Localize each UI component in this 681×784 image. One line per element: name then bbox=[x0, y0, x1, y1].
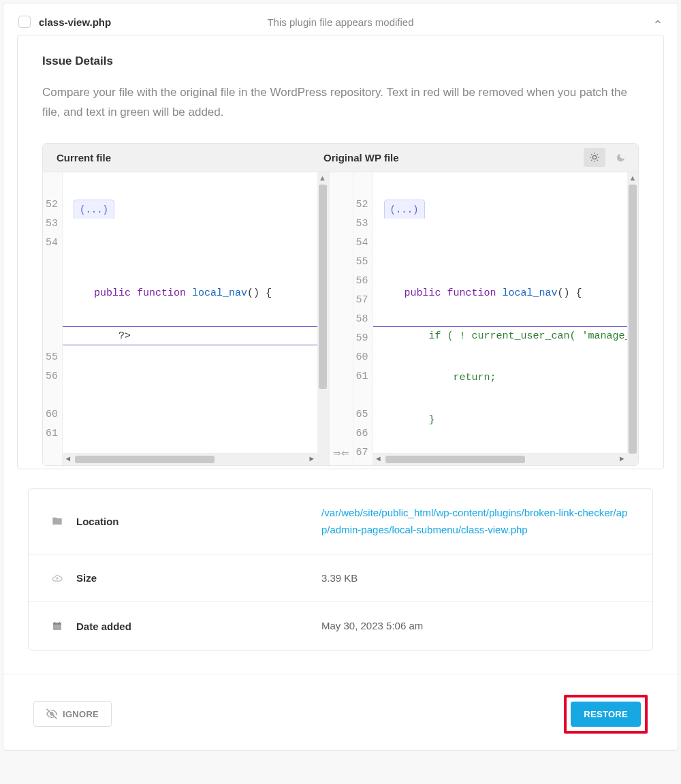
issue-heading: Issue Details bbox=[42, 54, 639, 68]
svg-line-8 bbox=[597, 155, 598, 155]
diff-right-header: Original WP file bbox=[317, 144, 584, 172]
diff-left-header: Current file bbox=[43, 144, 317, 172]
ignore-button[interactable]: IGNORE bbox=[33, 701, 112, 727]
meta-row-date: Date added May 30, 2023 5:06 am bbox=[29, 602, 652, 650]
hscroll-right[interactable]: ◄► bbox=[373, 453, 627, 465]
file-size-value: 3.39 KB bbox=[321, 569, 629, 587]
vscroll-right[interactable]: ▲ bbox=[627, 172, 638, 465]
accordion-header[interactable]: class-view.php This plugin file appears … bbox=[3, 3, 678, 35]
line-numbers-right: 52 53 54 55 56 57 58 59 60 61 65 66 67 bbox=[353, 172, 373, 465]
issue-details-panel: Issue Details Compare your file with the… bbox=[17, 35, 664, 469]
code-right[interactable]: (...) public function local_nav() { if (… bbox=[373, 172, 627, 465]
file-meta-table: Location /var/web/site/public_html/wp-co… bbox=[28, 488, 653, 650]
fold-marker[interactable]: (...) bbox=[74, 200, 114, 219]
file-location-link[interactable]: /var/web/site/public_html/wp-content/plu… bbox=[321, 507, 627, 536]
eye-off-icon bbox=[46, 708, 57, 719]
issue-description: Compare your file with the original file… bbox=[42, 83, 639, 123]
fold-marker[interactable]: (...) bbox=[384, 200, 425, 219]
diff-gutter-sync-icon: ⇒⇐ bbox=[329, 172, 353, 465]
vscroll-left[interactable]: ▲ bbox=[317, 172, 328, 465]
meta-label: Size bbox=[76, 572, 321, 584]
file-name: class-view.php bbox=[39, 16, 111, 28]
svg-line-4 bbox=[597, 160, 598, 161]
cloud-download-icon bbox=[52, 573, 64, 584]
line-numbers-left: 52 53 54 55 56 60 61 62 bbox=[43, 172, 63, 465]
diff-viewer: Current file Original WP file bbox=[42, 143, 639, 466]
theme-dark-button[interactable] bbox=[609, 148, 631, 167]
moon-icon bbox=[616, 153, 626, 163]
sun-icon bbox=[589, 152, 600, 163]
meta-label: Date added bbox=[76, 621, 321, 632]
svg-point-0 bbox=[592, 156, 596, 159]
restore-highlight: RESTORE bbox=[564, 695, 648, 734]
diff-right-pane[interactable]: 52 53 54 55 56 57 58 59 60 61 65 66 67 bbox=[353, 172, 639, 465]
svg-line-3 bbox=[591, 155, 592, 155]
restore-button[interactable]: RESTORE bbox=[571, 702, 641, 727]
diff-left-pane[interactable]: 52 53 54 55 56 60 61 62 (...) bbox=[43, 172, 329, 465]
actions-footer: IGNORE RESTORE bbox=[3, 674, 678, 750]
calendar-icon bbox=[52, 621, 64, 631]
meta-label: Location bbox=[76, 516, 321, 527]
svg-line-7 bbox=[591, 160, 592, 161]
hscroll-left[interactable]: ◄► bbox=[63, 453, 317, 465]
file-date-value: May 30, 2023 5:06 am bbox=[321, 617, 629, 635]
meta-row-location: Location /var/web/site/public_html/wp-co… bbox=[29, 489, 652, 554]
code-left[interactable]: (...) public function local_nav() { ?> <… bbox=[63, 172, 317, 465]
chevron-up-icon[interactable] bbox=[653, 17, 663, 27]
select-file-checkbox[interactable] bbox=[18, 16, 31, 28]
theme-light-button[interactable] bbox=[584, 148, 605, 167]
svg-rect-10 bbox=[53, 623, 61, 625]
folder-icon bbox=[52, 516, 64, 527]
meta-row-size: Size 3.39 KB bbox=[29, 554, 652, 603]
